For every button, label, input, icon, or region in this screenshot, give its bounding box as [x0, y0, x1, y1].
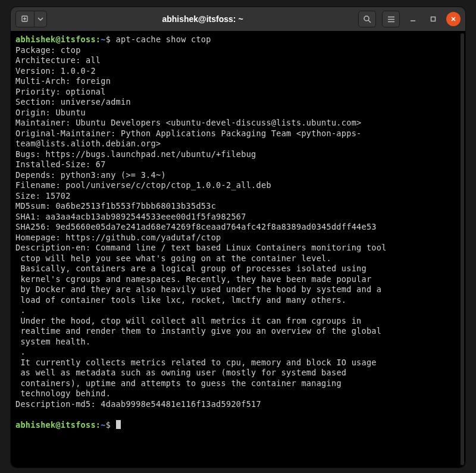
prompt-user-host: abhishek@itsfoss: [15, 420, 96, 430]
close-icon: [450, 15, 457, 23]
output-line: Basically, containers are a logical grou…: [15, 264, 461, 274]
output-line: Description-md5: 4daab9998e54481e116f13a…: [15, 399, 461, 410]
output-line: Homepage: https://github.com/yadutaf/cto…: [15, 233, 461, 243]
new-tab-button[interactable]: [15, 11, 34, 27]
prompt-path: ~: [101, 35, 105, 44]
output-line: load of container tools like lxc, rocket…: [15, 295, 461, 306]
command-output: Package: ctopArchitecture: allVersion: 1…: [15, 45, 461, 420]
output-line: SHA256: 9ed5660e05da7e241ad68e74269f8cea…: [15, 222, 461, 233]
output-line: containers), uptime and attempts to gues…: [15, 378, 461, 389]
minimize-button[interactable]: [406, 12, 420, 26]
terminal-window: abhishek@itsfoss: ~: [11, 7, 465, 468]
titlebar-left: [15, 11, 47, 27]
output-line: MD5sum: 0a6be2513f1b553f7bbb68013b35d53c: [15, 201, 461, 212]
output-line: SHA1: aa3aa4acb13ab9892544533eee00d1f5fa…: [15, 212, 461, 223]
output-line: Depends: python3:any (>= 3.4~): [15, 170, 461, 181]
output-line: Filename: pool/universe/c/ctop/ctop_1.0.…: [15, 180, 461, 191]
cursor: [116, 420, 121, 429]
output-line: Maintainer: Ubuntu Developers <ubuntu-de…: [15, 118, 461, 129]
titlebar-right: [358, 11, 461, 27]
output-line: .: [15, 347, 461, 358]
scrollbar[interactable]: [461, 33, 464, 465]
output-line: .: [15, 305, 461, 316]
titlebar: abhishek@itsfoss: ~: [11, 7, 465, 31]
terminal-body[interactable]: abhishek@itsfoss:~$ apt-cache show ctop …: [11, 31, 465, 468]
output-line: It currently collects metrics related to…: [15, 358, 461, 368]
search-icon: [363, 15, 372, 24]
chevron-down-icon: [37, 16, 43, 22]
output-line: technology behind.: [15, 389, 461, 399]
command-text: apt-cache show ctop: [116, 35, 211, 44]
minimize-icon: [409, 15, 416, 23]
output-line: Package: ctop: [15, 45, 461, 56]
output-line: kernel's cgroups and namespaces. Recentl…: [15, 274, 461, 285]
output-line: Installed-Size: 67: [15, 159, 461, 170]
output-line: Priority: optional: [15, 87, 461, 98]
output-line: Under the hood, ctop will collect all me…: [15, 316, 461, 327]
prompt-line-2: abhishek@itsfoss:~$: [15, 420, 461, 431]
output-line: ctop will help you see what's going on a…: [15, 253, 461, 264]
svg-point-1: [364, 16, 369, 21]
output-line: system health.: [15, 337, 461, 347]
close-button[interactable]: [446, 12, 461, 26]
new-tab-icon: [21, 15, 29, 23]
output-line: Multi-Arch: foreign: [15, 76, 461, 87]
svg-rect-2: [431, 17, 436, 21]
output-line: Bugs: https://bugs.launchpad.net/ubuntu/…: [15, 149, 461, 160]
prompt-dollar: $: [106, 420, 111, 430]
output-line: Architecture: all: [15, 55, 461, 66]
output-line: Description-en: Command line / text base…: [15, 243, 461, 253]
output-line: realtime and render them to instantly gi…: [15, 326, 461, 337]
maximize-button[interactable]: [426, 12, 440, 26]
search-button[interactable]: [358, 11, 376, 27]
maximize-icon: [430, 15, 437, 23]
output-line: Origin: Ubuntu: [15, 108, 461, 118]
output-line: as well as metadata such as owning user …: [15, 368, 461, 378]
output-line: Size: 15702: [15, 191, 461, 202]
output-line: Section: universe/admin: [15, 97, 461, 108]
prompt-path: ~: [101, 420, 105, 430]
window-title: abhishek@itsfoss: ~: [51, 14, 355, 24]
output-line: Version: 1.0.0-2: [15, 66, 461, 77]
prompt-dollar: $: [106, 35, 111, 44]
hamburger-icon: [387, 15, 396, 24]
menu-button[interactable]: [382, 11, 400, 27]
prompt-user-host: abhishek@itsfoss: [15, 35, 96, 44]
output-line: by Docker and they are also heavily used…: [15, 284, 461, 295]
prompt-line-1: abhishek@itsfoss:~$ apt-cache show ctop: [15, 35, 461, 45]
output-line: Original-Maintainer: Python Applications…: [15, 129, 461, 149]
output-line: [15, 409, 461, 420]
tab-dropdown-button[interactable]: [34, 11, 47, 27]
